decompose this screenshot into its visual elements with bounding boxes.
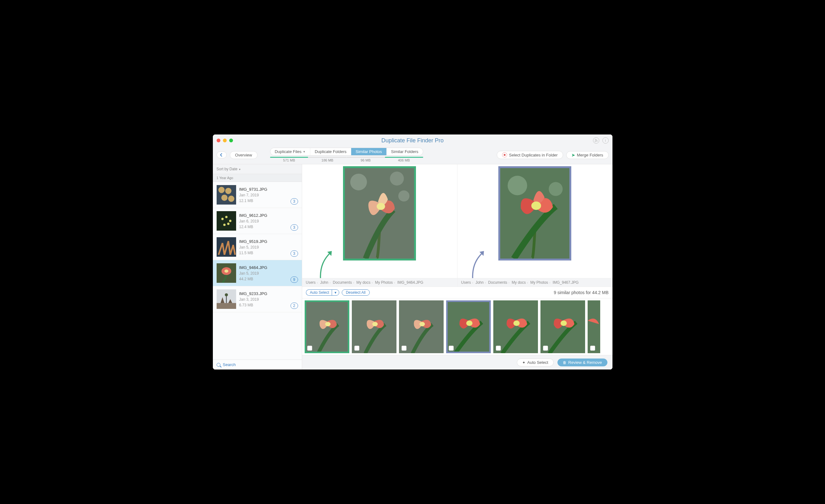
breadcrumb[interactable]: Users› John› Documents› My docs› My Phot… <box>302 278 457 287</box>
strip-thumbnail[interactable] <box>588 301 600 353</box>
group-header: 1 Year Ago <box>213 174 302 182</box>
list-item[interactable]: IMG_9464.JPG Jan 5, 2019 44.2 MB 9 <box>213 260 302 286</box>
arrow-icon <box>315 249 340 280</box>
file-date: Jan 3, 2019 <box>239 297 287 302</box>
list-item[interactable]: IMG_9519.JPG Jan 5, 2019 11.5 MB 3 <box>213 234 302 260</box>
strip-thumbnail[interactable] <box>540 301 585 353</box>
checkbox[interactable] <box>543 346 548 351</box>
zoom-icon[interactable] <box>229 139 233 142</box>
deselect-all-button[interactable]: Deselect All <box>342 289 370 296</box>
svg-rect-28 <box>305 301 349 353</box>
file-size: 44.2 MB <box>239 277 287 281</box>
rss-icon[interactable] <box>593 137 599 144</box>
file-date: Jan 7, 2019 <box>239 193 287 197</box>
minimize-icon[interactable] <box>223 139 227 142</box>
overview-button[interactable]: Overview <box>230 151 257 159</box>
tab-size: 96 MB <box>347 157 385 162</box>
close-icon[interactable] <box>217 139 220 142</box>
svg-point-31 <box>372 322 378 326</box>
auto-select-split-button[interactable]: Auto Select ▾ <box>306 289 339 296</box>
preview-image[interactable] <box>498 166 571 260</box>
auto-select-dropdown[interactable]: ▾ <box>332 289 339 296</box>
strip-thumbnail[interactable] <box>493 301 538 353</box>
file-name: IMG_9519.JPG <box>239 239 287 244</box>
tab-size: 571 MB <box>270 157 308 162</box>
svg-point-21 <box>390 172 404 185</box>
count-badge: 2 <box>291 303 298 309</box>
tab-label: Duplicate Folders <box>315 149 347 154</box>
tab-similar-folders[interactable]: Similar Folders <box>387 148 423 155</box>
chevron-down-icon: ▼ <box>239 168 241 171</box>
tab-similar-photos[interactable]: Similar Photos <box>351 148 387 155</box>
file-size: 12.1 MB <box>239 198 287 203</box>
svg-point-8 <box>229 220 231 222</box>
svg-point-39 <box>560 321 567 326</box>
arrow-icon <box>467 249 492 280</box>
strip-thumbnail[interactable] <box>446 301 491 353</box>
svg-point-14 <box>224 270 228 273</box>
svg-point-9 <box>223 224 225 226</box>
tab-duplicate-files[interactable]: Duplicate Files ▼ <box>271 148 310 155</box>
svg-rect-40 <box>588 301 600 353</box>
svg-point-26 <box>549 182 562 196</box>
file-list[interactable]: IMG_9731.JPG Jan 7, 2019 12.1 MB 3 IMG_9… <box>213 182 302 359</box>
checkbox[interactable] <box>496 346 501 351</box>
svg-point-33 <box>420 322 425 326</box>
review-remove-button[interactable]: 🗑 Review & Remove <box>557 358 607 366</box>
footer: ✦ Auto Select 🗑 Review & Remove <box>302 355 612 369</box>
count-badge: 3 <box>291 198 298 204</box>
breadcrumb[interactable]: Users› John› Documents› My docs› My Phot… <box>457 278 612 287</box>
compare-right: Users› John› Documents› My docs› My Phot… <box>457 164 612 287</box>
svg-point-25 <box>508 176 527 195</box>
svg-point-18 <box>225 293 228 296</box>
tab-group: Duplicate Files ▼ Duplicate Folders Simi… <box>270 148 423 162</box>
checkbox[interactable] <box>401 346 406 351</box>
file-size: 12.4 MB <box>239 225 287 229</box>
compare-pane: Users› John› Documents› My docs› My Phot… <box>302 164 612 287</box>
svg-point-27 <box>531 201 541 210</box>
chevron-down-icon: ▼ <box>303 150 306 153</box>
thumbnail <box>217 289 236 309</box>
checkbox[interactable] <box>590 346 595 351</box>
list-item[interactable]: IMG_9233.JPG Jan 3, 2019 6.73 MB 2 <box>213 286 302 312</box>
window-controls <box>217 139 233 142</box>
summary-text: 9 similar photos for 44.2 MB <box>554 290 608 295</box>
svg-rect-34 <box>446 301 491 353</box>
strip-thumbnail[interactable] <box>305 301 349 353</box>
file-name: IMG_9233.JPG <box>239 291 287 296</box>
svg-point-7 <box>225 216 227 218</box>
footer-auto-select-button[interactable]: ✦ Auto Select <box>517 358 554 366</box>
button-label: Select Duplicates in Folder <box>509 153 558 157</box>
body: Sort by Date ▼ 1 Year Ago IMG_9731.JPG J… <box>213 164 612 369</box>
svg-point-6 <box>221 218 223 220</box>
sort-dropdown[interactable]: Sort by Date ▼ <box>213 164 302 174</box>
tab-duplicate-folders[interactable]: Duplicate Folders <box>310 148 351 155</box>
thumbnail-strip[interactable] <box>302 299 612 355</box>
svg-point-20 <box>350 174 367 190</box>
svg-point-4 <box>228 195 234 202</box>
strip-thumbnail[interactable] <box>352 301 396 353</box>
compare-left: Users› John› Documents› My docs› My Phot… <box>302 164 457 287</box>
checkbox[interactable] <box>449 346 454 351</box>
list-item[interactable]: IMG_9731.JPG Jan 7, 2019 12.1 MB 3 <box>213 182 302 208</box>
thumbnail <box>217 211 236 231</box>
select-duplicates-button[interactable]: Select Duplicates in Folder <box>497 151 563 159</box>
app-window: Duplicate File Finder Pro i Overview Dup… <box>213 135 612 369</box>
checkbox[interactable] <box>354 346 359 351</box>
checkbox[interactable] <box>307 346 312 351</box>
button-label: Merge Folders <box>577 153 603 157</box>
preview-image[interactable] <box>343 166 416 260</box>
strip-thumbnail[interactable] <box>399 301 444 353</box>
info-icon[interactable]: i <box>602 137 609 144</box>
count-badge: 9 <box>291 276 298 283</box>
auto-select-button[interactable]: Auto Select <box>306 289 332 296</box>
tab-size: 186 MB <box>308 157 347 162</box>
svg-point-29 <box>325 322 330 326</box>
search-input[interactable]: Search <box>213 359 302 369</box>
button-label: Auto Select <box>527 360 548 365</box>
list-item[interactable]: IMG_9612.JPG Jan 6, 2019 12.4 MB 3 <box>213 208 302 234</box>
sort-label: Sort by Date <box>217 167 238 171</box>
merge-folders-button[interactable]: ➤ Merge Folders <box>566 151 609 159</box>
back-button[interactable] <box>217 152 227 158</box>
svg-point-10 <box>227 223 229 225</box>
